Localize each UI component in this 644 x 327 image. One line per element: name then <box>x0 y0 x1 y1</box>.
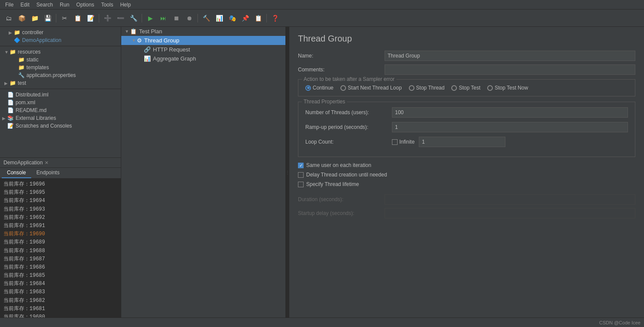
rampup-input[interactable] <box>392 122 628 132</box>
toolbar-remove[interactable]: ➖ <box>114 12 126 24</box>
tab-endpoints[interactable]: Endpoints <box>31 168 65 178</box>
radio-stop-test[interactable]: Stop Test <box>451 85 480 91</box>
menu-search[interactable]: Search <box>33 1 56 9</box>
thread-props-section: Thread Properties Number of Threads (use… <box>298 102 635 157</box>
sidebar-tree: ▶ 📁 controller 🔷 DemoApplication ▼ 📁 res… <box>0 27 121 157</box>
folder-icon-controller: 📁 <box>14 29 20 35</box>
toolbar-remote[interactable]: 🎭 <box>226 12 238 24</box>
tree-item-scratches[interactable]: 📝 Scratches and Consoles <box>0 122 121 130</box>
toolbar-settings[interactable]: 🔧 <box>127 12 139 24</box>
specify-lifetime-checkbox[interactable]: Specify Thread lifetime <box>298 181 635 187</box>
bottom-panel: DemoApplication ✕ Console Endpoints 当前库存… <box>0 157 121 317</box>
toolbar-help[interactable]: ❓ <box>269 12 281 24</box>
jmeter-label-aggregategraph: Aggregate Graph <box>153 55 196 62</box>
tree-label-controller: controller <box>22 29 43 35</box>
specify-lifetime-label: Specify Thread lifetime <box>306 181 359 187</box>
loop-count-input[interactable] <box>419 137 505 147</box>
tree-item-pom-xml[interactable]: 📄 pom.xml <box>0 99 121 106</box>
jmeter-tree-httprequest[interactable]: 🔗 HTTP Request <box>121 45 285 54</box>
infinite-checkbox[interactable]: Infinite <box>392 139 414 145</box>
status-bar: CSDN @Code Icee <box>0 317 644 327</box>
tree-label-readme: README.md <box>16 107 46 113</box>
radio-stop-test-now[interactable]: Stop Test Now <box>487 85 528 91</box>
toolbar-new[interactable]: 🗂 <box>3 12 15 24</box>
toolbar-run-start[interactable]: ⏭ <box>157 12 169 24</box>
toolbar-open[interactable]: 📦 <box>16 12 28 24</box>
toolbar-paste[interactable]: 📝 <box>84 12 97 24</box>
toolbar-cut[interactable]: ✂ <box>58 12 71 24</box>
startup-delay-row: Startup delay (seconds): <box>298 208 635 218</box>
jmeter-label-httprequest: HTTP Request <box>153 46 190 53</box>
radio-stop-thread[interactable]: Stop Thread <box>409 85 445 91</box>
toolbar-sep-5 <box>266 14 267 22</box>
toolbar-record[interactable]: ⏺ <box>183 12 195 24</box>
toolbar-run[interactable]: ▶ <box>144 12 156 24</box>
radio-label-stop-test: Stop Test <box>459 85 480 91</box>
console-line-15: 当前库存：19682 <box>3 297 117 305</box>
tree-item-templates[interactable]: 📁 templates <box>0 64 121 71</box>
duration-input[interactable] <box>385 194 635 205</box>
toolbar-sep-3 <box>142 14 142 22</box>
name-input[interactable] <box>385 51 635 61</box>
num-threads-label: Number of Threads (users): <box>305 109 392 115</box>
jmeter-tree-threadgroup[interactable]: ▼ ⚙ Thread Group <box>121 36 285 45</box>
menu-options[interactable]: Options <box>73 1 97 9</box>
drag-handle[interactable]: ⋮ <box>286 27 289 317</box>
tree-item-app-properties[interactable]: 🔧 application.properties <box>0 71 121 79</box>
tree-label-distributed-iml: Distributed.iml <box>16 92 49 98</box>
radio-start-next-loop[interactable]: Start Next Thread Loop <box>340 85 402 91</box>
menu-edit[interactable]: Edit <box>17 1 33 9</box>
console-line-3: 当前库存：19694 <box>3 197 117 205</box>
same-user-checkbox[interactable]: ✓ Same user on each iteration <box>298 162 635 168</box>
name-label: Name: <box>298 53 385 59</box>
jmeter-tree-aggregategraph[interactable]: 📊 Aggregate Graph <box>121 54 285 63</box>
jmeter-row: ▼ 📋 Test Plan ▼ ⚙ Thread Group 🔗 HTTP Re… <box>121 27 644 317</box>
tab-console[interactable]: Console <box>2 168 31 178</box>
bottom-tabs: Console Endpoints <box>0 168 121 179</box>
radio-continue[interactable]: Continue <box>305 85 333 91</box>
toolbar-stop[interactable]: ⏹ <box>170 12 182 24</box>
menu-run[interactable]: Run <box>56 1 73 9</box>
toolbar-copy[interactable]: 📋 <box>71 12 84 24</box>
console-line-2: 当前库存：19695 <box>3 189 117 197</box>
tree-item-distributed-iml[interactable]: 📄 Distributed.iml <box>0 91 121 99</box>
rampup-row: Ramp-up period (seconds): <box>305 122 628 132</box>
tree-item-test[interactable]: ▶ 📁 test <box>0 79 121 87</box>
main-layout: ▶ 📁 controller 🔷 DemoApplication ▼ 📁 res… <box>0 27 644 317</box>
toolbar-save-all[interactable]: 💾 <box>42 12 54 24</box>
tree-label-ext-libs: External Libraries <box>16 115 56 121</box>
jmeter-tree-testplan[interactable]: ▼ 📋 Test Plan <box>121 27 285 36</box>
tree-arrow-resources: ▼ <box>4 50 10 54</box>
loop-count-label: Loop Count: <box>305 139 392 145</box>
jmeter-label-testplan: Test Plan <box>139 28 162 35</box>
toolbar-build[interactable]: 🔨 <box>200 12 212 24</box>
menu-help[interactable]: Help <box>117 1 134 9</box>
name-row: Name: <box>298 51 635 61</box>
tree-item-resources[interactable]: ▼ 📁 resources <box>0 48 121 56</box>
menu-file[interactable]: File <box>2 1 17 9</box>
tree-item-ext-libs[interactable]: ▶ 📚 External Libraries <box>0 114 121 122</box>
startup-delay-input[interactable] <box>385 208 635 218</box>
same-user-label: Same user on each iteration <box>306 162 371 168</box>
toolbar-pin[interactable]: 📌 <box>239 12 251 24</box>
tree-item-controller[interactable]: ▶ 📁 controller <box>0 29 121 36</box>
radio-circle-stop-thread <box>409 85 414 91</box>
bottom-panel-close[interactable]: ✕ <box>45 160 49 166</box>
tree-item-demoapplication[interactable]: 🔷 DemoApplication <box>0 36 121 44</box>
comments-input[interactable] <box>385 64 635 75</box>
file-icon-readme: 📄 <box>7 107 14 113</box>
radio-label-stop-thread: Stop Thread <box>416 85 445 91</box>
toolbar-template[interactable]: 📋 <box>252 12 264 24</box>
toolbar-add[interactable]: ➕ <box>101 12 113 24</box>
num-threads-input[interactable] <box>392 107 628 118</box>
delay-thread-checkbox[interactable]: Delay Thread creation until needed <box>298 172 635 178</box>
menu-tools[interactable]: Tools <box>97 1 117 9</box>
tree-item-readme[interactable]: 📄 README.md <box>0 106 121 114</box>
tree-item-static[interactable]: 📁 static <box>0 56 121 64</box>
duration-label: Duration (seconds): <box>298 196 385 202</box>
radio-label-stop-test-now: Stop Test Now <box>495 85 528 91</box>
toolbar-save[interactable]: 📁 <box>29 12 41 24</box>
delay-thread-checkbox-box <box>298 172 304 178</box>
comments-label: Comments: <box>298 67 385 73</box>
toolbar-chart[interactable]: 📊 <box>213 12 225 24</box>
